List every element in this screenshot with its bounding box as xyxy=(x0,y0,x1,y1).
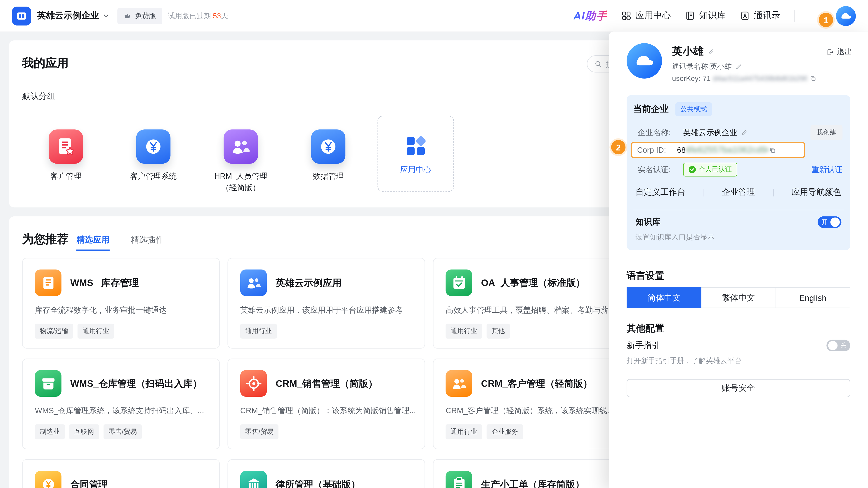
group-label: 默认分组 xyxy=(22,91,55,102)
nav-contacts[interactable]: 通讯录 xyxy=(740,10,780,22)
card-production-workorder[interactable]: 生产小工单（库存简版） xyxy=(433,459,630,488)
profile-name: 英小雄 xyxy=(672,44,704,59)
card-desc: CRM_客户管理（轻简版）系统，该系统实现线... xyxy=(445,406,620,416)
reauth-link[interactable]: 重新认证 xyxy=(811,165,842,175)
auth-badge-label: 个人已认证 xyxy=(699,165,732,174)
nav-divider xyxy=(794,10,795,22)
lang-simplified-chinese[interactable]: 简体中文 xyxy=(627,287,702,308)
beginner-guide-desc: 打开新手指引手册，了解英雄云平台 xyxy=(627,356,742,366)
card-tags: 通用行业 其他 xyxy=(445,324,510,339)
data-mgmt-icon xyxy=(311,129,345,164)
profile-avatar[interactable] xyxy=(627,43,662,78)
card-tags: 物流/运输 通用行业 xyxy=(35,324,114,339)
edit-name-icon[interactable] xyxy=(708,48,715,55)
ai-assistant-link[interactable]: AI助手 xyxy=(574,8,607,23)
card-oa-hr[interactable]: OA_人事管理（标准版） 高效人事管理工具，覆盖招聘、档案、考勤与薪... 通用… xyxy=(433,258,630,349)
card-hero-demo-app[interactable]: 英雄云示例应用 英雄云示例应用，该应用用于平台应用搭建参考 通用行业 xyxy=(228,258,425,349)
edit-company-name-icon[interactable] xyxy=(741,129,748,136)
apps-row: 客户管理 客户管理系统 HRM_人员管理（轻简版） 数据管理 应用中心 xyxy=(22,116,460,194)
card-title: WMS_ 库存管理 xyxy=(70,276,139,289)
card-tag: 零售/贸易 xyxy=(103,424,142,439)
auth-verified-badge: 个人已认证 xyxy=(683,163,737,176)
user-avatar[interactable] xyxy=(836,6,856,26)
account-security-button[interactable]: 账号安全 xyxy=(627,379,850,397)
auth-label: 实名认证: xyxy=(638,165,683,175)
card-desc: 英雄云示例应用，该应用用于平台应用搭建参考 xyxy=(240,305,415,315)
card-crm-customer[interactable]: CRM_客户管理（轻简版） CRM_客户管理（轻简版）系统，该系统实现线... … xyxy=(433,359,630,449)
knowledge-base-icon xyxy=(685,11,695,21)
toggle-on-label: 开 xyxy=(822,218,828,226)
beginner-guide-row: 新手指引 关 xyxy=(627,340,850,351)
recommend-title: 为您推荐 xyxy=(22,231,69,247)
copy-corp-id-icon[interactable] xyxy=(769,147,776,154)
card-title: WMS_仓库管理（扫码出入库） xyxy=(70,377,202,390)
app-hrm-lite[interactable]: HRM_人员管理（轻简版） xyxy=(197,116,285,194)
nav-contacts-label: 通讯录 xyxy=(754,10,781,22)
card-wms-warehouse[interactable]: WMS_仓库管理（扫码出入库） WMS_仓库管理系统，该系统支持扫码出入库、..… xyxy=(22,359,220,449)
toggle-off-label: 关 xyxy=(840,341,846,350)
crm-customer-people-icon xyxy=(445,370,472,397)
nav-knowledge-base[interactable]: 知识库 xyxy=(685,10,725,22)
annotation-step-2: 2 xyxy=(611,140,626,155)
lang-english[interactable]: English xyxy=(775,287,850,308)
profile-panel: 英小雄 退出 通讯录名称:英小雄 userKey: 71 d4ac511a447… xyxy=(609,32,868,488)
card-tag: 通用行业 xyxy=(78,324,114,339)
navbar-right: AI助手 应用中心 知识库 通讯录 xyxy=(574,6,856,26)
lang-traditional-chinese[interactable]: 繁体中文 xyxy=(701,287,776,308)
app-center-label: 应用中心 xyxy=(400,165,431,175)
corp-id-label: Corp ID: xyxy=(637,145,677,154)
app-label: 客户管理系统 xyxy=(120,170,187,182)
userkey-visible: 71 xyxy=(703,74,711,83)
card-title: CRM_销售管理（简版） xyxy=(276,377,378,390)
tab-featured-apps[interactable]: 精选应用 xyxy=(76,234,110,251)
tab-featured-plugins[interactable]: 精选插件 xyxy=(131,234,164,251)
app-logo-icon[interactable] xyxy=(12,6,31,25)
logout-button[interactable]: 退出 xyxy=(826,47,852,57)
link-custom-workbench[interactable]: 自定义工作台 xyxy=(636,187,685,198)
link-company-admin[interactable]: 企业管理 xyxy=(722,187,755,198)
beginner-guide-toggle[interactable]: 关 xyxy=(827,340,850,351)
card-wms-inventory[interactable]: WMS_ 库存管理 库存全流程数字化，业务审批一键通达 物流/运输 通用行业 xyxy=(22,258,220,349)
oa-hr-calendar-icon xyxy=(445,269,472,296)
card-tag: 互联网 xyxy=(69,424,99,439)
my-apps-title: 我的应用 xyxy=(22,55,69,71)
app-label: 数据管理 xyxy=(294,170,362,182)
hero-demo-app-icon xyxy=(240,269,267,296)
card-desc: CRM_销售管理（简版）：该系统为简版销售管理... xyxy=(240,406,415,416)
crown-icon xyxy=(123,12,131,20)
app-customer-mgmt[interactable]: 客户管理 xyxy=(22,116,110,194)
company-card-header: 当前企业 公共模式 xyxy=(633,102,712,116)
app-customer-mgmt-system[interactable]: 客户管理系统 xyxy=(110,116,197,194)
recommend-tabs: 精选应用 精选插件 xyxy=(76,234,164,251)
app-root: 英雄云示例企业 免费版 试用版已过期 53天 AI助手 应用中心 xyxy=(0,0,868,488)
copy-userkey-icon[interactable] xyxy=(809,75,816,82)
contacts-icon xyxy=(740,11,750,21)
app-center-slot: 应用中心 xyxy=(372,116,460,194)
toggle-knob xyxy=(828,341,838,350)
search-icon xyxy=(594,60,602,68)
card-contract-mgmt[interactable]: 合同管理 xyxy=(22,459,220,488)
nav-app-center[interactable]: 应用中心 xyxy=(621,10,671,22)
knowledge-base-toggle[interactable]: 开 xyxy=(817,217,841,228)
card-tag: 通用行业 xyxy=(445,324,482,339)
link-nav-color[interactable]: 应用导航颜色 xyxy=(792,187,841,198)
company-links-row: 自定义工作台 企业管理 应用导航颜色 xyxy=(636,187,841,198)
created-by-me-badge: 我创建 xyxy=(810,125,842,140)
card-tag: 物流/运输 xyxy=(35,324,73,339)
hrm-people-icon xyxy=(223,129,258,164)
public-mode-badge: 公共模式 xyxy=(675,102,712,116)
app-center-tile[interactable]: 应用中心 xyxy=(377,116,454,192)
knowledge-base-row: 知识库 开 xyxy=(636,217,841,228)
free-plan-badge[interactable]: 免费版 xyxy=(117,7,162,24)
toggle-knob xyxy=(830,217,840,227)
company-switcher[interactable]: 英雄云示例企业 xyxy=(37,10,110,22)
trial-expiry-text: 试用版已过期 53天 xyxy=(168,11,228,21)
corp-id-field[interactable]: Corp ID: 68 4fe62557ba1062cd94d83 xyxy=(631,142,805,158)
edit-contact-name-icon[interactable] xyxy=(735,63,742,70)
wms-warehouse-box-icon xyxy=(35,370,61,397)
app-data-mgmt[interactable]: 数据管理 xyxy=(285,116,372,194)
contact-name: 通讯录名称:英小雄 xyxy=(672,61,732,71)
check-circle-icon xyxy=(689,166,696,173)
card-law-firm[interactable]: 律所管理（基础版） xyxy=(228,459,425,488)
card-crm-sales[interactable]: CRM_销售管理（简版） CRM_销售管理（简版）：该系统为简版销售管理... … xyxy=(228,359,425,449)
